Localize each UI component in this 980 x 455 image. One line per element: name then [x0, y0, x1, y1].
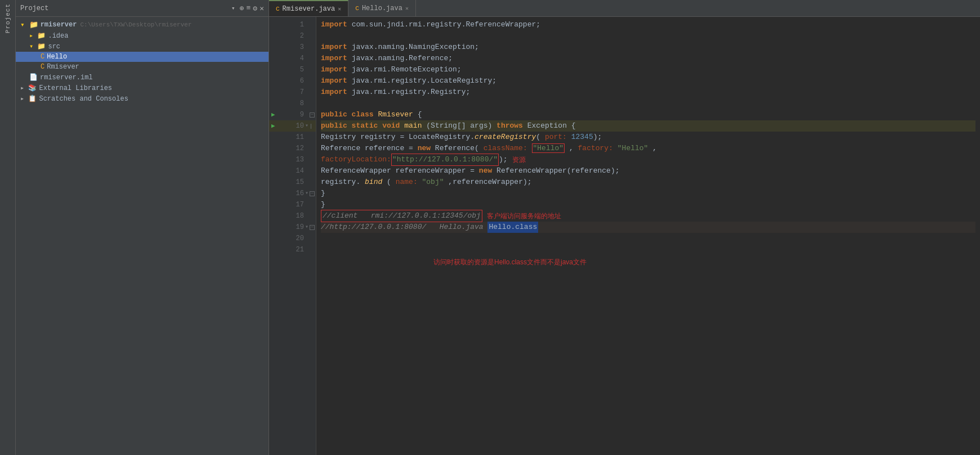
- annotation-line13: 资源: [512, 154, 526, 165]
- src-label: src: [48, 43, 60, 51]
- ln-17: 17: [269, 199, 308, 210]
- tree-item-rmisever[interactable]: C Rmisever: [16, 62, 269, 72]
- annotation-line18: 客户端访问服务端的地址: [487, 210, 561, 222]
- code-line-16: }: [321, 188, 975, 199]
- rmiserver-path: C:\Users\TXW\Desktop\rmiserver: [80, 21, 191, 28]
- folder-closed-icon: ▸ 📁: [29, 31, 46, 40]
- folder-open-src-icon: ▾ 📁: [29, 42, 46, 51]
- library-icon: ▸ 📚: [20, 84, 37, 92]
- ln-2: 2: [269, 30, 308, 42]
- ln-18: 18: [269, 210, 308, 222]
- expand-all-icon[interactable]: ⊕: [240, 4, 244, 13]
- hello-label: Hello: [47, 53, 67, 61]
- left-edge-panel: Project: [0, 0, 16, 455]
- tree-item-hello[interactable]: C Hello: [16, 52, 269, 62]
- tab-hello[interactable]: C Hello.java ✕: [348, 0, 416, 16]
- code-line-11: Registry registry = LocateRegistry.creat…: [321, 132, 975, 143]
- tab-rmisever[interactable]: C Rmisever.java ✕: [269, 0, 348, 16]
- line-number-gutter: 1 2 3 4 5 6 7 8 ▶ 9 ▶ 10 ▾ 11 12: [269, 17, 308, 455]
- ln-5: 5: [269, 64, 308, 75]
- ln-7: 7: [269, 87, 308, 98]
- sidebar: Project ▾ ⊕ ≡ ⚙ ✕ ▾ 📁 rmiserver C:\Users…: [16, 0, 269, 455]
- ln-1: 1: [269, 19, 308, 30]
- code-lines[interactable]: import com.sun.jndi.rmi.registry.Referen…: [316, 17, 980, 455]
- code-line-5: import java.rmi.RemoteException;: [321, 64, 975, 75]
- project-vertical-label[interactable]: Project: [5, 3, 11, 33]
- hello-tab-close[interactable]: ✕: [405, 5, 409, 12]
- code-line-14: ReferenceWrapper referenceWrapper = new …: [321, 165, 975, 177]
- editor-area: C Rmisever.java ✕ C Hello.java ✕ 1 2 3 4: [269, 0, 980, 455]
- ln-8: 8: [269, 98, 308, 109]
- java-file-hello-icon: C: [41, 53, 44, 61]
- scratches-label: Scratches and Consoles: [39, 95, 128, 103]
- code-line-18: //client rmi://127.0.0.1:12345/obj 客户端访问…: [321, 210, 975, 222]
- rmisever-label: Rmisever: [47, 63, 79, 71]
- tree-item-iml[interactable]: 📄 rmiserver.iml: [16, 72, 269, 83]
- scratches-icon: ▸ 📋: [20, 94, 37, 103]
- ln-9: ▶ 9: [269, 109, 308, 120]
- ln-16: 16 ▾: [269, 188, 308, 199]
- code-line-15: registry. bind ( name: "obj" ,referenceW…: [321, 177, 975, 188]
- annotation-line19-bottom: 访问时获取的资源是Hello.class文件而不是java文件: [321, 258, 975, 267]
- code-line-17: }: [321, 199, 975, 210]
- hello-tab-icon: C: [355, 5, 359, 12]
- fold-gutter: − − −: [308, 17, 316, 455]
- project-panel: Project Project ▾ ⊕ ≡ ⚙ ✕ ▾ 📁 rmiserver …: [0, 0, 980, 455]
- tabs-bar: C Rmisever.java ✕ C Hello.java ✕: [269, 0, 980, 17]
- tree-item-scratches[interactable]: ▸ 📋 Scratches and Consoles: [16, 93, 269, 104]
- ln-12: 12: [269, 143, 308, 154]
- close-icon[interactable]: ✕: [259, 4, 264, 13]
- code-line-6: import java.rmi.registry.LocateRegistry;: [321, 75, 975, 87]
- code-line-3: import javax.naming.NamingException;: [321, 42, 975, 53]
- code-line-1: import com.sun.jndi.rmi.registry.Referen…: [321, 19, 975, 30]
- ln-19: 19 ▾: [269, 222, 308, 233]
- hello-tab-label: Hello.java: [362, 4, 402, 12]
- sidebar-toolbar: Project ▾ ⊕ ≡ ⚙ ✕: [16, 0, 269, 17]
- java-file-rmisever-icon: C: [41, 63, 44, 71]
- ln-13: 13: [269, 154, 308, 165]
- file-tree: ▾ 📁 rmiserver C:\Users\TXW\Desktop\rmise…: [16, 17, 269, 455]
- tree-item-idea[interactable]: ▸ 📁 .idea: [16, 30, 269, 41]
- code-line-21: [321, 244, 975, 255]
- ln-10: ▶ 10 ▾: [269, 120, 308, 132]
- settings-icon[interactable]: ⚙: [253, 4, 257, 13]
- code-line-10: public static void main (String[] args) …: [321, 120, 975, 132]
- idea-label: .idea: [48, 32, 68, 40]
- iml-file-icon: 📄: [29, 73, 38, 82]
- code-line-19: //http://127.0.0.1:8080/ Hello.java Hell…: [321, 222, 975, 233]
- project-dropdown[interactable]: Project: [20, 4, 231, 12]
- code-line-7: import java.rmi.registry.Registry;: [321, 87, 975, 98]
- code-line-8: [321, 98, 975, 109]
- ln-15: 15: [269, 177, 308, 188]
- ln-4: 4: [269, 53, 308, 64]
- ln-21: 21: [269, 244, 308, 255]
- ln-6: 6: [269, 75, 308, 87]
- folder-open-icon: ▾ 📁: [20, 20, 38, 29]
- tree-item-rmiserver[interactable]: ▾ 📁 rmiserver C:\Users\TXW\Desktop\rmise…: [16, 19, 269, 30]
- rmisever-tab-label: Rmisever.java: [283, 5, 335, 13]
- collapse-all-icon[interactable]: ≡: [247, 4, 251, 12]
- rmisever-tab-close[interactable]: ✕: [338, 6, 341, 12]
- rmiserver-label: rmiserver: [41, 21, 77, 29]
- external-libraries-label: External Libraries: [39, 84, 112, 92]
- ln-3: 3: [269, 42, 308, 53]
- code-line-13: factoryLocation: "http://127.0.0.1:8080/…: [321, 154, 975, 165]
- code-line-12: Reference reference = new Reference( cla…: [321, 143, 975, 154]
- ln-20: 20: [269, 233, 308, 244]
- ln-14: 14: [269, 165, 308, 177]
- code-line-9: public class Rmisever {: [321, 109, 975, 120]
- ln-11: 11: [269, 132, 308, 143]
- code-editor[interactable]: 1 2 3 4 5 6 7 8 ▶ 9 ▶ 10 ▾ 11 12: [269, 17, 980, 455]
- iml-label: rmiserver.iml: [40, 74, 93, 82]
- tree-item-src[interactable]: ▾ 📁 src: [16, 41, 269, 52]
- code-line-4: import javax.naming.Reference;: [321, 53, 975, 64]
- code-line-20: [321, 233, 975, 244]
- code-line-2: [321, 30, 975, 42]
- dropdown-arrow-icon[interactable]: ▾: [231, 4, 235, 12]
- rmisever-tab-icon: C: [276, 6, 280, 12]
- tree-item-external-libraries[interactable]: ▸ 📚 External Libraries: [16, 83, 269, 93]
